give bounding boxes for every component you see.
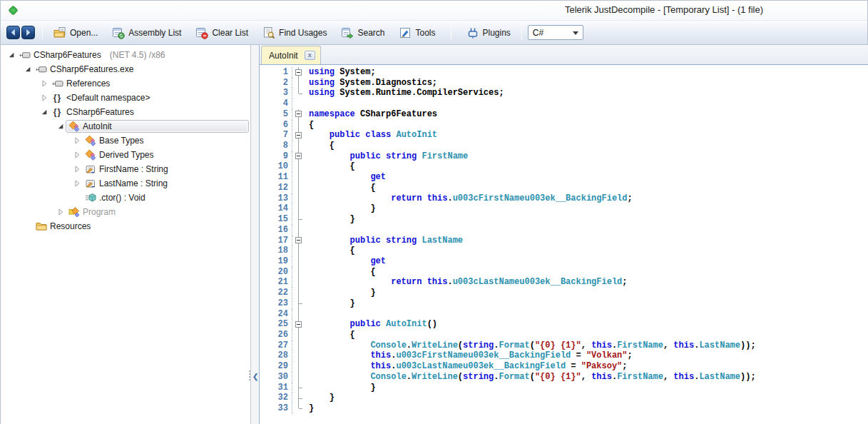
tree-item-csharp6features-exe[interactable]: CSharp6Features.exe xyxy=(1,62,250,76)
code-token xyxy=(422,277,427,287)
tree-item-label: Program xyxy=(83,207,116,217)
code-editor[interactable]: 1using System;2using System.Diagnostics;… xyxy=(260,65,868,424)
expander-expanded-icon[interactable] xyxy=(23,64,33,74)
find-usages-icon xyxy=(262,26,275,39)
language-select[interactable]: C# xyxy=(528,25,583,40)
expander-collapsed-icon[interactable] xyxy=(39,93,49,103)
toolbar-button-find-usages[interactable]: Find Usages xyxy=(257,24,332,41)
toolbar-button-clear-list[interactable]: Clear List xyxy=(190,24,253,41)
code-token: Format xyxy=(499,372,529,382)
code-token xyxy=(309,319,350,329)
code-token: LastName xyxy=(699,372,740,382)
expander-collapsed-icon[interactable] xyxy=(39,79,49,89)
tree-item-references[interactable]: References xyxy=(1,76,250,91)
fold-margin xyxy=(292,214,307,225)
code-token xyxy=(309,372,370,382)
tree-item-base-types[interactable]: Base Types xyxy=(1,133,250,148)
code-token xyxy=(309,236,350,246)
code-token: this xyxy=(673,340,694,350)
code-token: public xyxy=(350,151,381,161)
fold-margin xyxy=(292,225,307,236)
toolbar-button-open[interactable]: Open... xyxy=(48,24,103,41)
code-line: 33} xyxy=(260,403,868,414)
tree-item-body: {}<Default namespace> xyxy=(49,91,250,104)
window-title: Telerik JustDecompile - [Temporary List]… xyxy=(457,4,868,15)
code-token: LastName xyxy=(422,236,463,246)
code-token: ( xyxy=(530,340,535,350)
code-text: public class AutoInit xyxy=(307,130,437,141)
tree-item-program[interactable]: Program xyxy=(1,205,250,219)
tree-item-firstname-string[interactable]: FirstName : String xyxy=(1,162,250,176)
code-token: AutoInit xyxy=(386,319,427,329)
toolbar-button-tools[interactable]: Tools xyxy=(394,24,440,41)
tree-item-suffix: (NET 4.5) /x86 xyxy=(110,50,165,60)
toolbar-button-assembly-list[interactable]: Assembly List xyxy=(107,24,186,41)
fold-collapse-icon[interactable] xyxy=(295,69,302,76)
toolbar-button-search[interactable]: Search xyxy=(336,24,389,41)
panel-splitter[interactable]: ❮ xyxy=(252,45,259,424)
tree-item-lastname-string[interactable]: LastName : String xyxy=(1,176,250,191)
fold-line xyxy=(298,161,299,172)
code-token xyxy=(381,151,386,161)
fold-collapse-icon[interactable] xyxy=(295,237,302,243)
code-line: 14 } xyxy=(260,203,868,214)
fold-margin xyxy=(292,151,307,162)
code-text: using System; xyxy=(307,67,376,78)
code-token: ; xyxy=(628,350,633,360)
collapse-left-chevron-icon[interactable]: ❮ xyxy=(252,372,259,382)
line-number: 22 xyxy=(260,288,292,298)
line-number: 6 xyxy=(260,120,292,131)
code-text: { xyxy=(307,141,335,151)
nav-forward-button[interactable] xyxy=(21,26,35,39)
code-token xyxy=(309,361,370,371)
search-icon xyxy=(341,26,354,39)
tree-item-csharp6features[interactable]: {}CSharp6Features xyxy=(1,105,250,119)
fold-margin xyxy=(292,309,307,320)
fold-collapse-icon[interactable] xyxy=(295,111,302,117)
expander-collapsed-icon[interactable] xyxy=(56,207,66,217)
tab-label: AutoInit xyxy=(269,51,298,61)
expander-collapsed-icon[interactable] xyxy=(72,164,82,174)
line-number: 30 xyxy=(260,372,292,383)
fold-line xyxy=(298,225,299,236)
fold-margin xyxy=(292,172,307,183)
code-token: { xyxy=(309,183,376,193)
fold-collapse-icon[interactable] xyxy=(295,153,302,159)
fold-line xyxy=(298,277,299,288)
fold-margin xyxy=(292,141,307,151)
code-text: this.u003cFirstNameu003ek__BackingField … xyxy=(307,350,633,361)
expander-collapsed-icon[interactable] xyxy=(72,150,82,160)
tree-item-derived-types[interactable]: Derived Types xyxy=(1,148,250,162)
code-token: } xyxy=(309,298,355,308)
expander-expanded-icon[interactable] xyxy=(56,121,66,131)
code-token xyxy=(422,193,427,203)
expander-expanded-icon[interactable] xyxy=(39,107,49,117)
tab-autoinit[interactable]: AutoInit x xyxy=(261,46,321,64)
tree-item-autoinit[interactable]: AutoInit xyxy=(1,119,250,133)
tree-item-resources[interactable]: Resources xyxy=(1,219,250,233)
tree-item-csharp6features[interactable]: CSharp6Features(NET 4.5) /x86 xyxy=(1,48,250,62)
code-token: { xyxy=(309,267,376,277)
code-line: 21 return this.u003cLastNameu003ek__Back… xyxy=(260,277,868,288)
expander-expanded-icon[interactable] xyxy=(6,50,16,60)
expander-collapsed-icon[interactable] xyxy=(72,136,82,146)
code-token: string xyxy=(386,151,417,161)
fold-collapse-icon[interactable] xyxy=(295,132,302,138)
tab-close-icon[interactable]: x xyxy=(305,51,315,60)
code-text: public string LastName xyxy=(307,236,463,246)
nav-back-button[interactable] xyxy=(6,26,20,39)
fold-margin xyxy=(292,277,307,288)
code-text: public string FirstName xyxy=(307,151,468,162)
tree-item-default-namespace[interactable]: {}<Default namespace> xyxy=(1,91,250,105)
code-token xyxy=(309,193,391,203)
class-icon xyxy=(84,135,96,146)
toolbar-button-plugins[interactable]: Plugins xyxy=(461,24,516,41)
fold-margin xyxy=(292,330,307,340)
fold-end-icon xyxy=(299,219,302,220)
line-number: 2 xyxy=(260,78,292,89)
expander-collapsed-icon[interactable] xyxy=(72,178,82,188)
line-number: 26 xyxy=(260,330,292,340)
tree-item-ctor-void[interactable]: .ctor() : Void xyxy=(1,191,250,205)
tab-strip: AutoInit x xyxy=(260,45,868,65)
fold-collapse-icon[interactable] xyxy=(295,321,302,328)
